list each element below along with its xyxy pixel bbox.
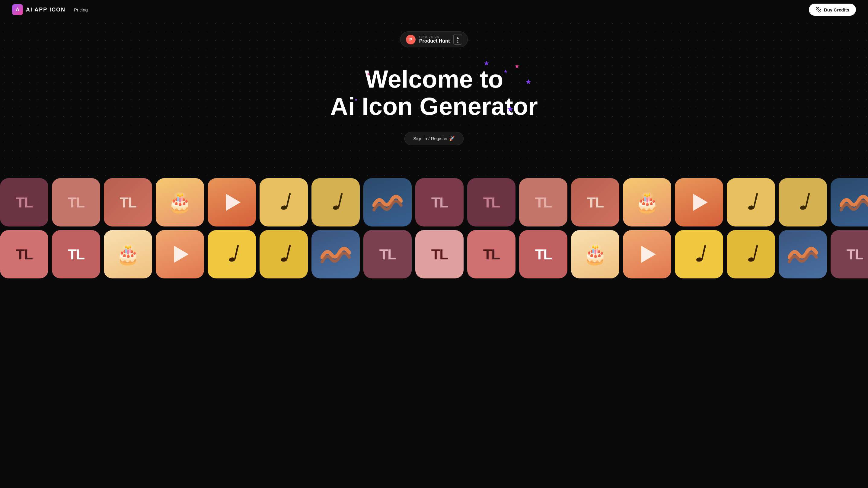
list-item <box>779 230 827 279</box>
wave-icon <box>788 242 818 266</box>
list-item: 🎂 <box>104 230 152 279</box>
list-item: ♩ <box>259 230 308 279</box>
ph-arrow: ▲ <box>456 36 459 39</box>
list-item: ♩ <box>259 178 308 227</box>
list-item: TL <box>831 230 868 279</box>
list-item: ♩ <box>311 178 360 227</box>
wave-icon <box>320 242 351 266</box>
icon-row-1-inner: TLTLTL🎂♩♩ TLTLTLTL🎂♩♩ TL <box>0 178 868 227</box>
list-item <box>675 178 723 227</box>
list-item: 🎂 <box>156 178 204 227</box>
ph-logo: P <box>406 35 415 45</box>
coins-icon <box>815 7 822 13</box>
list-item: TL <box>0 178 48 227</box>
list-item <box>623 230 671 279</box>
list-item: TL <box>467 178 516 227</box>
sign-in-button[interactable]: Sign in / Register 🚀 <box>404 132 463 145</box>
list-item: TL <box>52 178 100 227</box>
icon-row-2-inner: TLTL🎂♩♩ TLTLTLTL🎂♩♩ TLTL <box>0 230 868 279</box>
product-hunt-badge[interactable]: P FIND US ON Product Hunt ▲ 1 <box>400 31 468 48</box>
list-item: TL <box>467 230 516 279</box>
list-item: TL <box>52 230 100 279</box>
navbar: A AI APP ICON Pricing Buy Credits <box>0 0 868 19</box>
play-triangle-icon <box>174 246 189 263</box>
nav-left: A AI APP ICON Pricing <box>12 4 88 15</box>
play-triangle-icon <box>226 194 241 211</box>
logo-text: AI APP ICON <box>26 7 65 13</box>
hero-section: P FIND US ON Product Hunt ▲ 1 ★ ★ ★ ★ ★ … <box>0 19 868 176</box>
icon-row-2: TLTL🎂♩♩ TLTLTLTL🎂♩♩ TLTL <box>0 228 868 280</box>
logo[interactable]: A AI APP ICON <box>12 4 65 15</box>
icon-rows: TLTLTL🎂♩♩ TLTLTLTL🎂♩♩ TL TLTL🎂♩♩ TLTLTLT… <box>0 176 868 280</box>
list-item: ♩ <box>727 178 775 227</box>
play-triangle-icon <box>693 194 708 211</box>
play-triangle-icon <box>641 246 656 263</box>
list-item: TL <box>104 178 152 227</box>
wave-icon <box>372 190 403 214</box>
icon-row-1: TLTLTL🎂♩♩ TLTLTLTL🎂♩♩ TL <box>0 176 868 228</box>
list-item: ♩ <box>208 230 256 279</box>
hero-title: ★ ★ ★ ★ ★ ★ ★ Welcome to Ai Icon Generat… <box>330 65 538 120</box>
pricing-link[interactable]: Pricing <box>74 7 88 12</box>
hero-title-line1: Welcome to Ai Icon Generator <box>330 65 538 120</box>
ph-vote: ▲ 1 <box>453 34 462 45</box>
ph-find-label: FIND US ON <box>419 35 450 38</box>
ph-text: FIND US ON Product Hunt <box>419 35 450 44</box>
buy-credits-label: Buy Credits <box>824 7 849 12</box>
list-item: ♩ <box>779 178 827 227</box>
list-item <box>208 178 256 227</box>
wave-icon <box>840 190 868 214</box>
list-item <box>311 230 360 279</box>
ph-count: 1 <box>457 39 459 43</box>
list-item: TL <box>415 178 464 227</box>
list-item <box>156 230 204 279</box>
list-item: TL <box>519 178 567 227</box>
list-item: TL <box>415 230 464 279</box>
list-item: ♩ <box>727 230 775 279</box>
list-item: 🎂 <box>571 230 619 279</box>
list-item <box>831 178 868 227</box>
list-item: 🎂 <box>623 178 671 227</box>
list-item: TL <box>363 230 412 279</box>
list-item: TL <box>0 230 48 279</box>
logo-icon: A <box>12 4 23 15</box>
buy-credits-button[interactable]: Buy Credits <box>809 4 856 16</box>
list-item <box>363 178 412 227</box>
list-item: TL <box>519 230 567 279</box>
list-item: ♩ <box>675 230 723 279</box>
list-item: TL <box>571 178 619 227</box>
ph-name: Product Hunt <box>419 38 450 44</box>
